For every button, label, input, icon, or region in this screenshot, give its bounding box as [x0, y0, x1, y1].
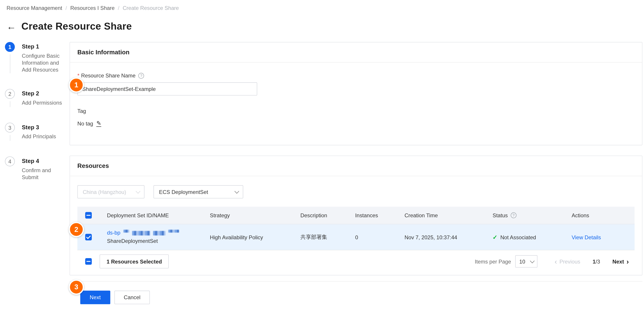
chevron-left-icon: ‹: [555, 258, 557, 265]
row-checkbox[interactable]: [85, 234, 92, 240]
chevron-right-icon: ›: [626, 258, 629, 265]
view-details-link[interactable]: View Details: [572, 234, 601, 240]
table-header-row: Deployment Set ID/NAME Strategy Descript…: [78, 207, 634, 224]
breadcrumb-separator: /: [118, 5, 120, 11]
step-item-4: 4 Step 4 Confirm and Submit: [5, 156, 70, 196]
step-item-3: 3 Step 3 Add Principals: [5, 123, 70, 156]
resource-share-name-label: Resource Share Name: [81, 72, 136, 79]
header-strategy: Strategy: [210, 212, 300, 218]
redacted-id-mosaic: [132, 231, 150, 235]
resource-share-name-label-row: * Resource Share Name ?: [78, 72, 634, 79]
strategy-cell: High Availability Policy: [210, 234, 300, 240]
page-total: 3: [597, 258, 600, 265]
footer-actions: Next Cancel: [70, 281, 642, 304]
previous-label: Previous: [560, 258, 580, 265]
instances-cell: 0: [355, 234, 404, 240]
deployment-set-id-cell: ds-bp ShareDeploymentSet: [107, 229, 210, 245]
resources-table: Deployment Set ID/NAME Strategy Descript…: [78, 207, 634, 250]
step-1-title: Step 1: [22, 42, 69, 51]
step-rail: 2: [5, 89, 15, 107]
edit-tag-pencil-icon[interactable]: ✎: [96, 120, 102, 127]
resource-type-select[interactable]: ECS DeploymentSet: [154, 185, 244, 198]
page-content: 1 Step 1 Configure Basic Information and…: [0, 42, 644, 304]
page-current: 1: [592, 258, 596, 265]
step-4-title: Step 4: [22, 156, 69, 166]
deployment-set-name: ShareDeploymentSet: [107, 237, 210, 245]
resource-type-select-value: ECS DeploymentSet: [159, 189, 208, 195]
resources-card-title: Resources: [70, 156, 642, 176]
status-text: Not Associated: [500, 234, 536, 240]
chevron-down-icon: [235, 189, 240, 194]
items-per-page-label: Items per Page: [475, 258, 511, 265]
page-indicator: 1/3: [592, 258, 600, 265]
step-2-title: Step 2: [22, 89, 69, 98]
step-4-desc: Confirm and Submit: [22, 167, 69, 181]
chevron-down-icon: [136, 189, 140, 194]
status-help-icon[interactable]: ?: [511, 212, 516, 218]
step-connector: [10, 101, 10, 107]
back-arrow-icon[interactable]: ←: [6, 22, 16, 31]
breadcrumb-separator: /: [66, 5, 67, 11]
create-resource-share-page: Resource Management / Resources I Share …: [0, 0, 644, 312]
deployment-set-id-link[interactable]: ds-bp: [107, 229, 120, 237]
breadcrumb-create-resource-share: Create Resource Share: [123, 5, 179, 11]
breadcrumb-resources-i-share[interactable]: Resources I Share: [70, 5, 114, 11]
region-select[interactable]: China (Hangzhou): [78, 185, 144, 198]
header-actions: Actions: [572, 212, 634, 218]
header-status: Status: [492, 212, 508, 218]
description-cell: 共享部署集: [300, 234, 355, 241]
help-question-icon[interactable]: ?: [138, 73, 144, 78]
next-button[interactable]: Next: [80, 291, 110, 304]
basic-information-card-title: Basic Information: [70, 42, 642, 62]
breadcrumb-resource-management[interactable]: Resource Management: [6, 5, 62, 11]
resources-selected-button[interactable]: 1 Resources Selected: [100, 254, 169, 268]
redacted-id-mosaic: [153, 231, 165, 235]
basic-information-card: Basic Information * Resource Share Name …: [70, 42, 642, 145]
step-connector: [10, 135, 10, 141]
page-separator: /: [596, 258, 597, 265]
creation-time-cell: Nov 7, 2025, 10:37:44: [404, 234, 492, 240]
step-rail: 4: [5, 156, 15, 181]
step-1-desc: Configure Basic Information and Add Reso…: [22, 52, 69, 74]
step-3-number: 3: [5, 123, 15, 133]
redacted-id-mosaic: [123, 230, 129, 232]
footer-select-all-checkbox[interactable]: [85, 258, 92, 265]
step-3-desc: Add Principals: [22, 133, 69, 140]
table-footer: 1 Resources Selected Items per Page 10 ‹…: [78, 254, 634, 268]
status-check-icon: ✓: [492, 234, 498, 240]
header-description: Description: [300, 212, 355, 218]
annotation-badge-2: 2: [69, 222, 84, 237]
cancel-button[interactable]: Cancel: [114, 291, 150, 304]
main-column: Basic Information * Resource Share Name …: [70, 42, 642, 304]
header-instances: Instances: [355, 212, 404, 218]
annotation-badge-3: 3: [69, 280, 84, 295]
pagination-next-button[interactable]: Next ›: [612, 258, 629, 265]
page-size-select[interactable]: 10: [515, 255, 538, 268]
resource-share-name-input[interactable]: [78, 82, 257, 96]
no-tag-text: No tag: [78, 120, 93, 126]
breadcrumb: Resource Management / Resources I Share …: [0, 0, 644, 11]
tag-label: Tag: [78, 108, 634, 114]
table-row: ds-bp ShareDeploymentSet High Availabili…: [78, 224, 634, 250]
header-id-name: Deployment Set ID/NAME: [107, 212, 210, 218]
step-2-number: 2: [5, 89, 15, 99]
chevron-down-icon: [530, 258, 534, 263]
step-connector: [10, 54, 10, 73]
step-item-1: 1 Step 1 Configure Basic Information and…: [5, 42, 70, 89]
step-4-number: 4: [5, 156, 15, 166]
annotation-badge-1: 1: [69, 78, 84, 93]
next-label: Next: [612, 258, 624, 265]
step-rail: 3: [5, 123, 15, 141]
resource-filters: China (Hangzhou) ECS DeploymentSet: [78, 185, 634, 198]
step-item-2: 2 Step 2 Add Permissions: [5, 89, 70, 122]
steps-nav: 1 Step 1 Configure Basic Information and…: [0, 42, 70, 304]
step-2-desc: Add Permissions: [22, 99, 69, 106]
resources-card: Resources China (Hangzhou) ECS Deploymen…: [70, 156, 642, 276]
header-creation-time: Creation Time: [404, 212, 492, 218]
select-all-checkbox[interactable]: [85, 212, 92, 218]
pagination-previous-button[interactable]: ‹ Previous: [555, 258, 580, 265]
page-size-value: 10: [519, 258, 525, 265]
page-header: ← Create Resource Share: [6, 19, 644, 33]
region-select-value: China (Hangzhou): [83, 189, 126, 195]
step-rail: 1: [5, 42, 15, 73]
